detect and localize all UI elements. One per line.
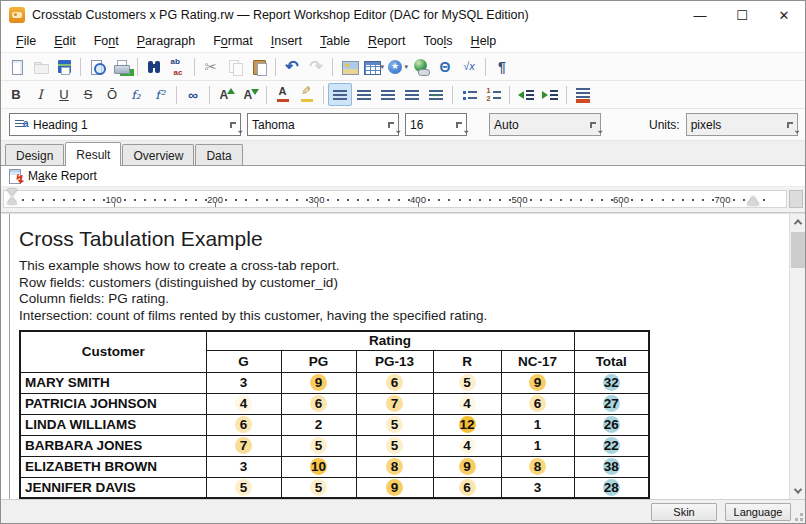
count-cell[interactable]: 3 [206,372,281,393]
strikethrough-button[interactable]: S [76,83,100,106]
print-preview-button[interactable] [85,55,109,78]
app-icon[interactable] [9,7,25,23]
grow-font-button[interactable] [214,83,238,106]
decrease-indent-button[interactable] [514,83,538,106]
total-cell[interactable]: 22 [574,435,649,456]
count-cell[interactable]: 12 [433,414,501,435]
make-report-button[interactable]: Make Report [5,167,103,185]
count-cell[interactable]: 9 [433,456,501,477]
customer-name-cell[interactable]: PATRICIA JOHNSON [20,393,206,414]
blank-header-cell[interactable] [574,331,649,350]
paragraph-marks-button[interactable]: ¶ [490,55,514,78]
bullet-list-button[interactable] [457,83,481,106]
count-cell[interactable]: 5 [206,477,281,498]
save-button[interactable] [52,55,76,78]
count-cell[interactable]: 7 [206,435,281,456]
count-cell[interactable]: 5 [281,435,356,456]
font-combo[interactable]: Tahoma ⌄ [247,113,399,136]
indent-marker-left[interactable] [7,189,17,204]
tab-design[interactable]: Design [5,144,64,165]
letter-spacing-button[interactable]: ∞ [181,83,205,106]
font-size-combo[interactable]: 16 ⌄ [405,113,467,136]
menu-help[interactable]: Help [462,31,506,51]
tab-data[interactable]: Data [195,144,242,165]
count-cell[interactable]: 8 [356,456,433,477]
rating-column-header[interactable]: PG [281,350,356,372]
count-cell[interactable]: 3 [501,477,574,498]
count-cell[interactable]: 4 [206,393,281,414]
underline-button[interactable]: U [52,83,76,106]
superscript-button[interactable]: f² [148,83,172,106]
menu-report[interactable]: Report [359,31,415,51]
count-cell[interactable]: 9 [501,372,574,393]
menu-paragraph[interactable]: Paragraph [128,31,204,51]
tab-overview[interactable]: Overview [122,144,194,165]
total-cell[interactable]: 32 [574,372,649,393]
customer-name-cell[interactable]: JENNIFER DAVIS [20,477,206,498]
subscript-button[interactable]: f₂ [124,83,148,106]
new-document-button[interactable] [4,55,28,78]
insert-image-button[interactable] [337,55,361,78]
scroll-up-button[interactable] [790,214,805,230]
menu-format[interactable]: Format [204,31,262,51]
overline-button[interactable]: Ō [100,83,124,106]
menu-insert[interactable]: Insert [262,31,311,51]
dropdown-arrow-icon[interactable]: ▾ [404,63,408,71]
font-color-button[interactable] [271,83,295,106]
vertical-scrollbar[interactable] [789,214,805,499]
align-right-button[interactable] [376,83,400,106]
customer-column-header[interactable]: Customer [20,331,206,372]
count-cell[interactable]: 5 [356,414,433,435]
maximize-button[interactable]: ☐ [721,1,763,29]
rating-column-header[interactable]: NC-17 [501,350,574,372]
increase-indent-button[interactable] [538,83,562,106]
total-cell[interactable]: 38 [574,456,649,477]
total-cell[interactable]: 28 [574,477,649,498]
scroll-down-button[interactable] [790,483,805,499]
document-paragraph[interactable]: Column fields: PG rating. [19,291,789,308]
style-combo[interactable]: Heading 1 ⌄ [9,113,241,136]
formula-button[interactable]: √x [457,55,481,78]
minimize-button[interactable]: — [679,1,721,29]
customer-name-cell[interactable]: ELIZABETH BROWN [20,456,206,477]
find-button[interactable] [142,55,166,78]
count-cell[interactable]: 6 [501,393,574,414]
total-cell[interactable]: 27 [574,393,649,414]
paragraph-color-button[interactable] [571,83,595,106]
rating-group-header[interactable]: Rating [206,331,574,350]
rating-column-header[interactable]: G [206,350,281,372]
count-cell[interactable]: 1 [501,435,574,456]
rating-column-header[interactable]: R [433,350,501,372]
document-heading[interactable]: Cross Tabulation Example [19,227,789,251]
customer-name-cell[interactable]: LINDA WILLIAMS [20,414,206,435]
document-page[interactable]: Cross Tabulation Example This example sh… [9,214,789,499]
total-column-header[interactable]: Total [574,350,649,372]
count-cell[interactable]: 1 [501,414,574,435]
align-center-button[interactable] [352,83,376,106]
total-cell[interactable]: 26 [574,414,649,435]
count-cell[interactable]: 5 [433,372,501,393]
shrink-font-button[interactable] [238,83,262,106]
count-cell[interactable]: 4 [433,393,501,414]
insert-object-button[interactable]: ▾ [385,55,409,78]
count-cell[interactable]: 6 [356,372,433,393]
menu-file[interactable]: File [7,31,45,51]
insert-table-button[interactable]: ▾ [361,55,385,78]
count-cell[interactable]: 10 [281,456,356,477]
document-paragraph[interactable]: Row fields: customers (distinguished by … [19,275,789,292]
print-button[interactable] [109,55,133,78]
menu-font[interactable]: Font [85,31,128,51]
align-justify-button[interactable] [400,83,424,106]
numbered-list-button[interactable] [481,83,505,106]
resize-grip[interactable] [800,518,803,521]
customer-name-cell[interactable]: BARBARA JONES [20,435,206,456]
count-cell[interactable]: 2 [281,414,356,435]
count-cell[interactable]: 3 [206,456,281,477]
bold-button[interactable]: B [4,83,28,106]
count-cell[interactable]: 7 [356,393,433,414]
count-cell[interactable]: 9 [356,477,433,498]
menu-edit[interactable]: Edit [45,31,85,51]
dropdown-arrow-icon[interactable]: ▾ [380,63,384,71]
count-cell[interactable]: 6 [281,393,356,414]
count-cell[interactable]: 5 [356,435,433,456]
